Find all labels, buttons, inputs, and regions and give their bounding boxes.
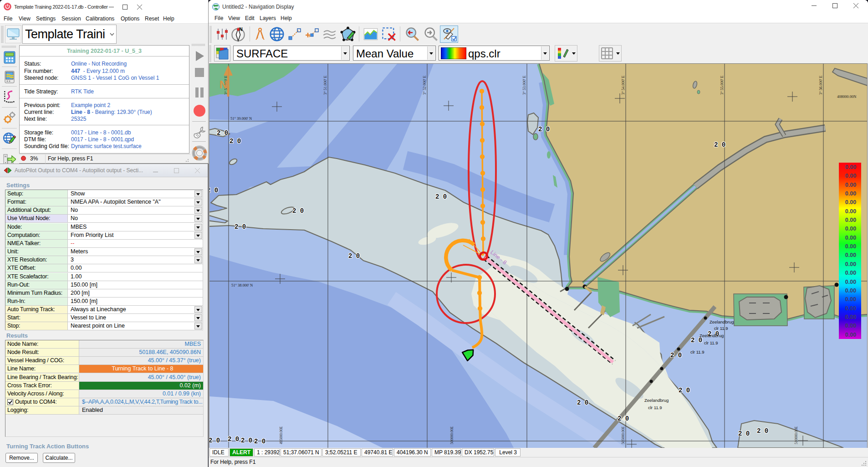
svg-text:2 0: 2 0 [209, 437, 220, 444]
svg-text:3° 52.000' E: 3° 52.000' E [422, 76, 427, 95]
svg-text:2 0: 2 0 [757, 427, 768, 435]
svg-text:N: N [220, 78, 227, 91]
svg-text:0.00: 0.00 [845, 287, 856, 294]
svg-text:3° 56.000' E: 3° 56.000' E [818, 76, 823, 95]
svg-text:clr 11.9: clr 11.9 [704, 340, 718, 345]
svg-text:0.00: 0.00 [845, 323, 856, 329]
svg-text:2 0: 2 0 [435, 193, 447, 200]
svg-text:2 0: 2 0 [254, 438, 266, 445]
svg-text:0.00: 0.00 [845, 296, 856, 303]
svg-text:N: N [239, 27, 242, 32]
svg-text:0.00: 0.00 [845, 226, 856, 232]
svg-text:2 0: 2 0 [738, 430, 750, 437]
svg-text:Zeelandbrug: Zeelandbrug [710, 319, 734, 324]
svg-text:408000.00N: 408000.00N [837, 94, 856, 99]
svg-text:0.00: 0.00 [845, 190, 856, 197]
svg-text:clr 11.9: clr 11.9 [714, 326, 728, 331]
svg-text:0.00: 0.00 [845, 270, 856, 276]
svg-text:2 0: 2 0 [348, 252, 360, 260]
svg-text:2 0: 2 0 [228, 436, 239, 443]
svg-text:2 0: 2 0 [217, 129, 228, 137]
svg-text:2 0: 2 0 [538, 126, 550, 133]
svg-text:0.00: 0.00 [845, 252, 856, 258]
svg-text:495000.00E: 495000.00E [279, 426, 283, 444]
svg-text:clr 11.9: clr 11.9 [690, 349, 704, 354]
svg-text:0.00: 0.00 [845, 314, 856, 320]
svg-text:2 0: 2 0 [235, 223, 246, 231]
svg-text:0.00: 0.00 [845, 261, 856, 267]
svg-text:0.00: 0.00 [845, 199, 856, 205]
svg-text:2 0: 2 0 [292, 207, 304, 215]
svg-text:0.00: 0.00 [845, 279, 856, 285]
svg-text:2 0: 2 0 [241, 437, 252, 444]
svg-text:0.00: 0.00 [845, 182, 856, 188]
svg-text:505000.00E: 505000.00E [621, 426, 625, 444]
svg-text:2 0: 2 0 [679, 387, 690, 394]
svg-text:510000.00E: 510000.00E [794, 426, 798, 444]
svg-text:3° 55.000' E: 3° 55.000' E [720, 76, 724, 95]
svg-text:0.00: 0.00 [845, 305, 856, 312]
svg-text:0.00: 0.00 [845, 235, 856, 241]
svg-text:2 0: 2 0 [577, 399, 588, 406]
svg-text:0.00: 0.00 [845, 173, 856, 179]
svg-text:500000.00E: 500000.00E [450, 426, 454, 444]
svg-text:0.00: 0.00 [845, 208, 856, 215]
svg-text:51° 38.000' N: 51° 38.000' N [231, 283, 253, 287]
svg-text:Zeelandbrug: Zeelandbrug [644, 398, 669, 403]
svg-text:2 0: 2 0 [618, 415, 629, 422]
svg-text:clr 11.9: clr 11.9 [648, 405, 662, 410]
svg-text:2 0: 2 0 [670, 352, 682, 359]
svg-text:0.00: 0.00 [845, 332, 856, 338]
svg-text:0.00: 0.00 [845, 164, 856, 170]
svg-text:Zeelandbrug: Zeelandbrug [700, 333, 724, 338]
svg-text:51° 39.000' N: 51° 39.000' N [230, 116, 252, 121]
svg-text:2 0: 2 0 [230, 138, 241, 145]
svg-text:2 0: 2 0 [714, 141, 725, 149]
svg-text:0.00: 0.00 [845, 217, 856, 223]
svg-text:3° 53.000' E: 3° 53.000' E [522, 76, 526, 95]
svg-text:3° 51.000' E: 3° 51.000' E [323, 76, 327, 95]
svg-text:3° 54.000' E: 3° 54.000' E [621, 76, 625, 95]
svg-text:2 0: 2 0 [209, 187, 218, 194]
svg-text:0.00: 0.00 [845, 243, 856, 250]
